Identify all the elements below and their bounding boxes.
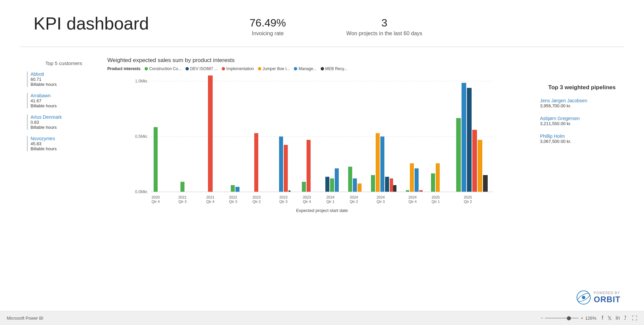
customer-type-2: Billable hours xyxy=(31,103,101,108)
svg-rect-35 xyxy=(415,168,419,192)
orbit-powered-by: POWERED BY xyxy=(594,291,620,295)
legend-dot-3 xyxy=(222,67,225,70)
pipeline-value-3: 3,067,500.00 kr. xyxy=(540,139,624,144)
svg-rect-22 xyxy=(330,178,334,192)
svg-rect-27 xyxy=(371,175,375,192)
legend-label: Product interests xyxy=(107,66,141,71)
svg-rect-21 xyxy=(325,177,329,192)
svg-rect-31 xyxy=(390,178,393,192)
svg-text:Qtr 4: Qtr 4 xyxy=(152,200,160,204)
zoom-control[interactable]: − + 126% xyxy=(541,316,596,321)
svg-text:Qtr 2: Qtr 2 xyxy=(350,200,358,204)
zoom-minus-icon[interactable]: − xyxy=(541,316,543,321)
pipelines-panel: Top 3 weighted pipelines Jens Jørgen Jac… xyxy=(530,57,624,308)
svg-text:1.0Mkr.: 1.0Mkr. xyxy=(135,79,148,84)
svg-rect-12 xyxy=(254,133,258,192)
svg-text:0.5Mkr.: 0.5Mkr. xyxy=(135,134,148,139)
legend-dot-2 xyxy=(185,67,189,70)
legend-dot-6 xyxy=(321,67,324,70)
list-item: Novozymes 45.83 Billable hours xyxy=(27,136,101,151)
svg-text:2023: 2023 xyxy=(279,195,287,199)
customer-name-3[interactable]: Artus Denmark xyxy=(31,114,101,120)
svg-text:Qtr 3: Qtr 3 xyxy=(178,200,186,204)
svg-text:Qtr 4: Qtr 4 xyxy=(303,200,311,204)
zoom-slider[interactable] xyxy=(545,318,579,319)
svg-rect-41 xyxy=(462,83,466,192)
svg-text:Qtr 1: Qtr 1 xyxy=(326,200,334,204)
chart-legend: Product interests Construction Co... DEV… xyxy=(107,66,523,71)
svg-rect-38 xyxy=(436,163,440,192)
customer-name-4[interactable]: Novozymes xyxy=(31,136,101,141)
zoom-value: 126% xyxy=(585,316,596,321)
pipeline-name-1[interactable]: Jens Jørgen Jacobsen xyxy=(540,98,624,103)
legend-dot-5 xyxy=(294,67,297,70)
svg-rect-17 xyxy=(288,191,290,192)
facebook-icon[interactable]: f xyxy=(602,315,603,321)
svg-text:2023: 2023 xyxy=(303,195,311,199)
svg-text:Qtr 4: Qtr 4 xyxy=(206,200,214,204)
page-title: KPI dashboard xyxy=(34,13,149,34)
svg-text:2025: 2025 xyxy=(464,195,472,199)
svg-rect-19 xyxy=(307,140,311,192)
customers-panel: Top 5 customers Abbott 60.71 Billable ho… xyxy=(27,57,101,308)
svg-rect-29 xyxy=(380,137,384,192)
svg-text:0.0Mkr.: 0.0Mkr. xyxy=(135,189,148,194)
customer-value-2: 41.67 xyxy=(31,98,101,103)
customer-type-3: Billable hours xyxy=(31,125,101,130)
customer-value-1: 60.71 xyxy=(31,77,101,82)
legend-item-6: MEB Recy... xyxy=(321,66,347,71)
fullscreen-icon[interactable]: ⛶ xyxy=(632,315,637,321)
bottom-bar: Microsoft Power BI − + 126% f 𝕏 in ⤴ ⛶ xyxy=(0,311,644,325)
share-icon[interactable]: ⤴ xyxy=(624,315,627,321)
customer-type-4: Billable hours xyxy=(31,146,101,151)
pipeline-value-1: 3,956,700.00 kr. xyxy=(540,103,624,108)
pipeline-name-2[interactable]: Asbjørn Gregersen xyxy=(540,116,624,121)
svg-rect-34 xyxy=(410,163,414,192)
svg-rect-23 xyxy=(335,168,339,192)
svg-text:2022: 2022 xyxy=(229,195,237,199)
svg-text:Qtr 3: Qtr 3 xyxy=(377,200,385,204)
svg-rect-18 xyxy=(302,182,306,192)
customer-value-4: 45.83 xyxy=(31,141,101,146)
svg-text:Qtr 3: Qtr 3 xyxy=(279,200,287,204)
legend-item-4: Jumper Boe I... xyxy=(258,66,290,71)
twitter-icon[interactable]: 𝕏 xyxy=(607,315,612,321)
svg-text:2021: 2021 xyxy=(178,195,186,199)
list-item: Phillip Holm 3,067,500.00 kr. xyxy=(540,133,624,144)
legend-item-3: Implementation xyxy=(222,66,254,71)
legend-dot-4 xyxy=(258,67,261,70)
zoom-plus-icon[interactable]: + xyxy=(581,316,583,321)
svg-text:Qtr 2: Qtr 2 xyxy=(253,200,261,204)
list-item: Arrabawn 41.67 Billable hours xyxy=(27,93,101,108)
svg-rect-11 xyxy=(235,187,239,192)
svg-rect-40 xyxy=(456,118,461,192)
main-content: Top 5 customers Abbott 60.71 Billable ho… xyxy=(0,54,644,312)
customers-panel-title: Top 5 customers xyxy=(27,60,101,66)
pipelines-title: Top 3 weighted pipelines xyxy=(540,84,624,91)
customer-name-2[interactable]: Arrabawn xyxy=(31,93,101,98)
svg-rect-26 xyxy=(358,183,362,192)
social-icons: f 𝕏 in ⤴ xyxy=(602,315,627,321)
svg-rect-10 xyxy=(231,185,235,192)
header-divider xyxy=(20,47,624,47)
customer-name-1[interactable]: Abbott xyxy=(31,71,101,77)
svg-point-76 xyxy=(582,296,585,299)
legend-item-1: Construction Co... xyxy=(145,66,181,71)
svg-rect-16 xyxy=(284,145,288,192)
svg-text:Expected project start date: Expected project start date xyxy=(296,208,348,213)
pipeline-name-3[interactable]: Phillip Holm xyxy=(540,133,624,139)
svg-rect-45 xyxy=(483,175,488,192)
kpi-label-invoicing: Invoicing rate xyxy=(250,31,286,37)
chart-area: Weighted expected sales sum by product i… xyxy=(101,57,530,308)
legend-text-1: Construction Co... xyxy=(149,66,181,71)
svg-rect-36 xyxy=(419,190,423,192)
svg-rect-24 xyxy=(348,167,352,192)
svg-text:Qtr 2: Qtr 2 xyxy=(464,200,472,204)
legend-item-2: DEV ISO687 ... xyxy=(185,66,218,71)
svg-text:Qtr 4: Qtr 4 xyxy=(409,200,417,204)
legend-text-4: Jumper Boe I... xyxy=(263,66,290,71)
app-name: Microsoft Power BI xyxy=(7,316,43,321)
legend-text-2: DEV ISO687 ... xyxy=(190,66,218,71)
linkedin-icon[interactable]: in xyxy=(616,315,620,321)
svg-rect-32 xyxy=(393,185,396,192)
